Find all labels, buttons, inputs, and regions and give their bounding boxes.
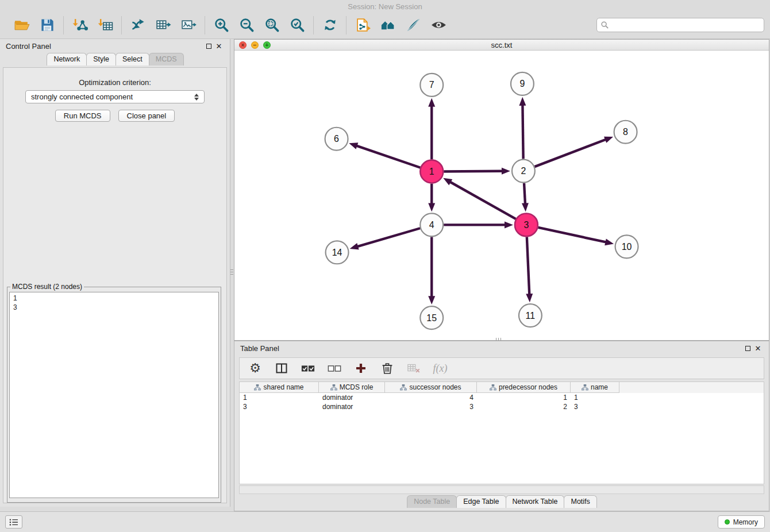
status-bar: Memory bbox=[0, 511, 770, 532]
table-panel-header: Table Panel ✕ bbox=[234, 341, 769, 355]
table-cell[interactable]: 2 bbox=[477, 403, 571, 411]
graph-edge-3-10[interactable] bbox=[538, 228, 606, 242]
graph-edge-2-8[interactable] bbox=[535, 140, 607, 167]
home-layout-icon[interactable] bbox=[379, 16, 397, 34]
table-cell[interactable]: dominator bbox=[319, 394, 385, 402]
network-window-titlebar[interactable]: ×−+ scc.txt bbox=[234, 40, 769, 51]
style-brush-icon[interactable] bbox=[404, 16, 422, 34]
tab-network-table[interactable]: Network Table bbox=[506, 495, 565, 508]
mcds-result-line: 3 bbox=[13, 303, 215, 312]
graph-edge-arrowhead bbox=[428, 203, 435, 211]
network-graph[interactable]: 7968124314101511 bbox=[234, 51, 769, 340]
node-table: shared nameMCDS rolesuccessor nodesprede… bbox=[239, 381, 764, 484]
close-panel-button[interactable]: Close panel bbox=[118, 110, 175, 122]
mcds-result-line: 1 bbox=[13, 294, 215, 303]
select-all-icon[interactable] bbox=[301, 361, 315, 376]
eye-icon[interactable] bbox=[429, 16, 448, 34]
column-header-mcds-role[interactable]: MCDS role bbox=[319, 382, 385, 393]
tab-edge-table[interactable]: Edge Table bbox=[456, 495, 506, 508]
table-cell[interactable]: 3 bbox=[240, 403, 319, 411]
graph-edge-arrowhead bbox=[519, 97, 526, 106]
tab-select[interactable]: Select bbox=[116, 53, 149, 65]
export-table-icon[interactable] bbox=[154, 16, 172, 34]
optimization-select[interactable]: strongly connected component bbox=[25, 90, 205, 103]
mac-window-buttons: ×−+ bbox=[239, 41, 271, 49]
zoom-in-icon[interactable] bbox=[212, 16, 230, 34]
zoom-fit-icon[interactable] bbox=[263, 16, 281, 34]
import-network-icon[interactable] bbox=[71, 16, 89, 34]
task-history-button[interactable] bbox=[5, 515, 22, 529]
graph-edge-1-6[interactable] bbox=[356, 145, 421, 167]
export-image-icon[interactable] bbox=[179, 16, 198, 34]
float-table-panel-icon[interactable] bbox=[742, 343, 753, 353]
table-cell[interactable]: 3 bbox=[571, 403, 619, 411]
memory-status-dot bbox=[725, 519, 730, 525]
clone-network-icon[interactable] bbox=[353, 16, 372, 34]
memory-button[interactable]: Memory bbox=[718, 515, 765, 529]
graph-canvas[interactable]: 7968124314101511 bbox=[234, 51, 769, 340]
graph-edge-3-1[interactable] bbox=[450, 182, 516, 219]
graph-edge-3-11[interactable] bbox=[527, 237, 529, 295]
column-header-shared-name[interactable]: shared name bbox=[240, 382, 319, 393]
tab-motifs[interactable]: Motifs bbox=[564, 495, 596, 508]
table-cell[interactable]: 1 bbox=[571, 394, 619, 402]
graph-node-label-14: 14 bbox=[332, 248, 342, 257]
graph-edge-arrowhead bbox=[350, 243, 359, 249]
column-header-predecessor-nodes[interactable]: predecessor nodes bbox=[477, 382, 571, 393]
split-panel-icon[interactable] bbox=[274, 361, 289, 376]
column-header-successor-nodes[interactable]: successor nodes bbox=[385, 382, 477, 393]
table-cell[interactable]: 1 bbox=[240, 394, 319, 402]
import-table-icon[interactable] bbox=[96, 16, 114, 34]
table-cell[interactable]: 1 bbox=[477, 394, 571, 402]
refresh-icon[interactable] bbox=[321, 16, 339, 34]
mcds-result-list[interactable]: 13 bbox=[9, 292, 219, 498]
graph-edge-arrowhead bbox=[349, 142, 358, 149]
graph-edge-4-14[interactable] bbox=[357, 228, 420, 246]
float-panel-icon[interactable] bbox=[203, 41, 214, 51]
zoom-selected-icon[interactable] bbox=[288, 16, 306, 34]
mcds-result-fieldset: MCDS result (2 nodes) 13 bbox=[7, 283, 221, 503]
graph-edge-1-2[interactable] bbox=[444, 171, 503, 172]
window-minimize-icon[interactable]: − bbox=[251, 41, 259, 49]
graph-edge-2-3[interactable] bbox=[524, 183, 525, 205]
graph-edge-2-9[interactable] bbox=[522, 105, 523, 159]
table-row[interactable]: 1dominator411 bbox=[240, 393, 764, 402]
close-panel-icon[interactable]: ✕ bbox=[214, 41, 224, 51]
task-list-icon bbox=[9, 518, 19, 526]
gear-icon[interactable]: ⚙ bbox=[248, 361, 263, 376]
open-folder-icon[interactable] bbox=[13, 16, 31, 34]
control-panel-tabs: NetworkStyleSelectMCDS bbox=[0, 53, 230, 65]
control-panel-header: Control Panel ✕ bbox=[0, 39, 230, 53]
close-table-panel-icon[interactable]: ✕ bbox=[753, 343, 763, 353]
window-close-icon[interactable]: × bbox=[239, 41, 247, 49]
table-toolbar: ⚙f(x) bbox=[239, 357, 764, 379]
table-horizontal-scrollbar[interactable] bbox=[239, 485, 764, 494]
table-header-row: shared nameMCDS rolesuccessor nodesprede… bbox=[240, 382, 764, 393]
network-share-icon[interactable] bbox=[129, 16, 147, 34]
graph-edge-arrowhead bbox=[526, 294, 533, 302]
graph-node-label-3: 3 bbox=[523, 220, 529, 230]
zoom-out-icon[interactable] bbox=[237, 16, 256, 34]
vertical-splitter-grip[interactable] bbox=[230, 263, 233, 280]
search-input[interactable] bbox=[609, 21, 760, 29]
add-icon[interactable] bbox=[353, 361, 368, 376]
table-panel-tabs: Node TableEdge TableNetwork TableMotifs bbox=[234, 495, 769, 508]
network-window: ×−+ scc.txt 7968124314101511 bbox=[234, 39, 769, 341]
tab-network[interactable]: Network bbox=[47, 53, 87, 65]
tab-mcds[interactable]: MCDS bbox=[149, 53, 184, 65]
trash-icon[interactable] bbox=[380, 361, 395, 376]
window-zoom-icon[interactable]: + bbox=[263, 41, 271, 49]
optimization-select-value: strongly connected component bbox=[31, 92, 133, 101]
table-row[interactable]: 3dominator323 bbox=[240, 402, 764, 411]
table-cell[interactable]: dominator bbox=[319, 403, 385, 411]
graph-node-label-1: 1 bbox=[429, 167, 434, 176]
table-cell[interactable]: 4 bbox=[385, 394, 477, 402]
deselect-all-icon[interactable] bbox=[327, 361, 342, 376]
column-header-name[interactable]: name bbox=[571, 382, 619, 393]
table-cell[interactable]: 3 bbox=[385, 403, 477, 411]
tab-style[interactable]: Style bbox=[86, 53, 116, 65]
tab-node-table[interactable]: Node Table bbox=[407, 495, 457, 508]
save-icon[interactable] bbox=[38, 16, 56, 34]
search-input-wrap[interactable] bbox=[596, 18, 764, 32]
run-mcds-button[interactable]: Run MCDS bbox=[55, 110, 110, 122]
